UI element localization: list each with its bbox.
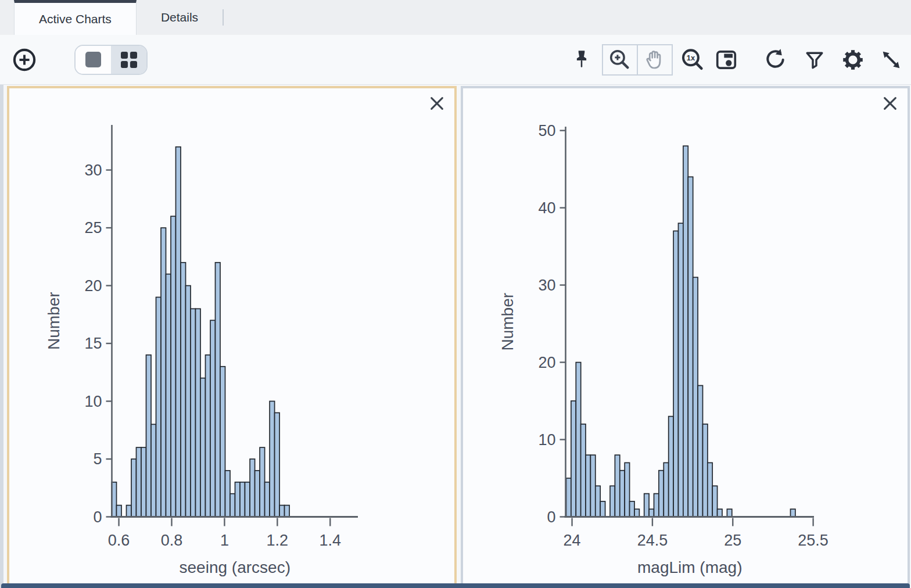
y-axis-label: Number: [498, 293, 517, 351]
histogram-bar: [698, 386, 702, 517]
filter-icon: [803, 47, 826, 73]
histogram-bar: [663, 462, 668, 517]
chart-layout-toggle: [74, 45, 148, 75]
svg-text:5: 5: [93, 450, 102, 468]
histogram-bar: [600, 501, 605, 517]
chart-toolbar: 1x: [0, 35, 911, 85]
histogram-bar: [200, 378, 206, 517]
close-chart-button[interactable]: [881, 94, 899, 114]
tab-details[interactable]: Details: [137, 0, 223, 35]
histogram-bar: [571, 401, 575, 517]
svg-text:50: 50: [538, 122, 555, 139]
histogram-bar: [166, 274, 171, 517]
histogram-bar: [576, 363, 580, 517]
maglim-histogram[interactable]: 010203040502424.52525.5magLim (mag)Numbe…: [463, 88, 908, 588]
expand-icon: [878, 47, 904, 73]
histogram-bar: [216, 263, 221, 517]
histogram-bar: [191, 309, 196, 517]
histogram-bar: [673, 231, 678, 517]
histogram-bar: [245, 482, 250, 517]
histogram-bar: [270, 401, 275, 517]
left-gutter: [0, 85, 3, 588]
histogram-bar: [590, 455, 595, 517]
histogram-bar: [634, 509, 639, 517]
svg-text:20: 20: [538, 354, 555, 371]
histogram-bar: [117, 505, 122, 517]
tab-bar: Active Charts Details: [0, 0, 911, 35]
svg-text:10: 10: [84, 393, 102, 410]
add-chart-icon: [12, 47, 37, 73]
filter-button[interactable]: [803, 47, 826, 73]
zoom-in-button[interactable]: [603, 45, 637, 74]
svg-text:0.8: 0.8: [161, 532, 183, 549]
settings-icon: [839, 46, 867, 74]
histogram-bar: [161, 228, 166, 517]
histogram-bar: [580, 424, 585, 517]
grid-view-button[interactable]: [111, 46, 146, 74]
histogram-bar: [285, 505, 290, 517]
histogram-bar: [171, 216, 176, 517]
save-chart-button[interactable]: [713, 47, 739, 73]
histogram-bar: [702, 424, 707, 517]
histogram-bar: [595, 486, 600, 517]
histogram-bar: [210, 320, 216, 517]
x-axis-label: magLim (mag): [637, 558, 742, 576]
histogram-bar: [196, 309, 201, 517]
zoom-original-button[interactable]: 1x: [680, 47, 705, 73]
svg-text:10: 10: [538, 431, 555, 449]
histogram-bar: [275, 413, 280, 517]
chart-panel-maglim[interactable]: 010203040502424.52525.5magLim (mag)Numbe…: [461, 86, 910, 588]
histogram-bar: [790, 509, 795, 517]
reset-icon: [762, 47, 788, 73]
svg-text:20: 20: [84, 277, 102, 295]
zoom-in-icon: [608, 48, 632, 72]
histogram-bar: [255, 471, 260, 517]
histogram-bar: [141, 447, 146, 517]
histogram-bar: [644, 494, 648, 517]
svg-text:30: 30: [538, 277, 555, 294]
tab-separator: [223, 9, 224, 26]
single-chart-view-icon: [85, 52, 101, 67]
histogram-bar: [629, 501, 634, 517]
tab-active-charts[interactable]: Active Charts: [14, 0, 137, 35]
histogram-bar: [146, 355, 152, 517]
reset-zoom-button[interactable]: [762, 47, 788, 73]
histogram-bar: [615, 455, 619, 517]
close-icon: [429, 95, 445, 112]
svg-text:0.6: 0.6: [108, 532, 130, 549]
histogram-bar: [265, 482, 270, 517]
seeing-histogram[interactable]: 0510152025300.60.811.21.4seeing (arcsec)…: [9, 88, 452, 588]
histogram-bar: [137, 447, 142, 517]
histogram-bar: [707, 462, 712, 517]
single-view-button[interactable]: [76, 46, 111, 74]
histogram-bar: [693, 277, 697, 517]
pan-button[interactable]: [637, 45, 672, 74]
expand-chart-button[interactable]: [878, 47, 904, 73]
histogram-bar: [156, 297, 162, 517]
close-icon: [882, 95, 898, 112]
zoom-pan-group: [602, 44, 673, 76]
save-icon: [713, 47, 739, 73]
chart-panel-seeing[interactable]: 0510152025300.60.811.21.4seeing (arcsec)…: [7, 86, 457, 588]
close-chart-button[interactable]: [428, 94, 446, 114]
y-axis-label: Number: [45, 292, 63, 350]
histogram-bar: [225, 471, 231, 517]
histogram-bar: [235, 482, 241, 517]
svg-text:25.5: 25.5: [798, 532, 828, 549]
svg-text:24: 24: [563, 532, 580, 549]
histogram-bar: [678, 223, 683, 517]
histogram-bar: [717, 509, 722, 517]
histogram-bar: [127, 505, 132, 517]
svg-text:30: 30: [84, 162, 102, 179]
x-axis-label: seeing (arcsec): [180, 558, 290, 576]
histogram-bar: [668, 417, 673, 517]
pan-icon: [643, 48, 667, 72]
tab-details-label: Details: [161, 10, 198, 24]
pin-chart-button[interactable]: [571, 47, 593, 73]
histogram-bar: [260, 447, 265, 517]
histogram-bar: [240, 482, 245, 517]
histogram-bar: [151, 424, 156, 517]
chart-settings-button[interactable]: [839, 46, 867, 74]
add-chart-button[interactable]: [12, 47, 37, 73]
svg-text:24.5: 24.5: [637, 532, 668, 549]
